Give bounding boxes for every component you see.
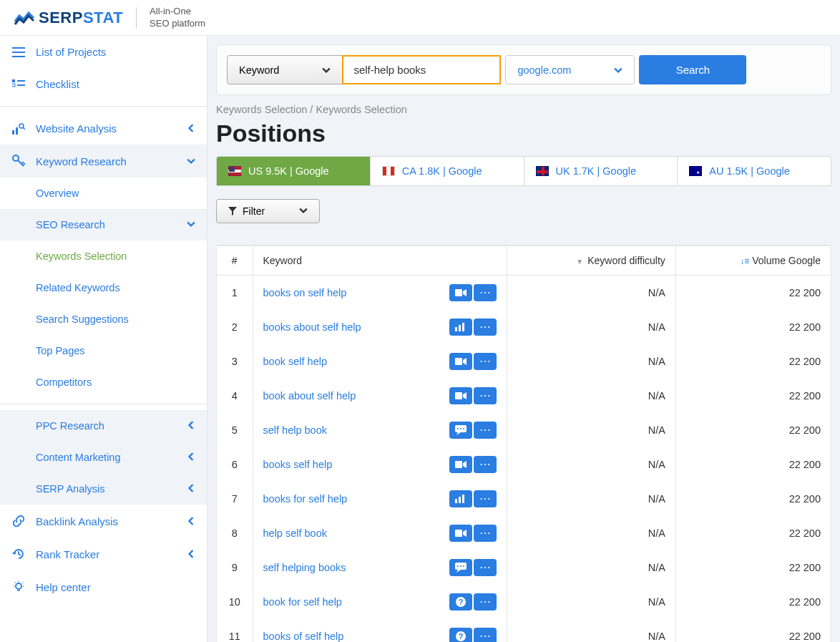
nav-backlink-analysis[interactable]: Backlink Analysis (0, 505, 207, 538)
nav-serp-analysis[interactable]: SERP Analysis (0, 473, 207, 505)
funnel-icon (228, 207, 237, 215)
results-table: # Keyword ▼Keyword difficulty ↓≡Volume G… (216, 245, 831, 642)
table-row: 7 books for self help N/A 22 200 (217, 482, 831, 516)
more-actions-button[interactable] (474, 559, 497, 576)
nav-top-pages[interactable]: Top Pages (0, 335, 207, 366)
more-actions-button[interactable] (474, 628, 497, 642)
nav-keywords-selection[interactable]: Keywords Selection (0, 240, 207, 272)
nav-ppc-research[interactable]: PPC Research (0, 410, 207, 442)
tagline-line2: SEO platform (150, 18, 205, 30)
flag-ca-icon (382, 166, 395, 176)
nav-help-center-label: Help center (36, 581, 91, 593)
link-icon (11, 515, 26, 527)
svg-rect-2 (12, 84, 15, 87)
sort-desc-icon: ▼ (576, 258, 583, 266)
row-volume: 22 200 (675, 344, 831, 379)
more-actions-button[interactable] (474, 284, 497, 301)
more-actions-button[interactable] (474, 387, 497, 404)
keyword-link[interactable]: books about self help (263, 321, 361, 333)
nav-search-suggestions[interactable]: Search Suggestions (0, 303, 207, 335)
brand-stat: STAT (83, 9, 123, 26)
serp-feature-chat-icon[interactable] (449, 559, 472, 576)
table-row: 3 book self help N/A 22 200 (217, 344, 831, 379)
serp-feature-video-icon[interactable] (449, 387, 472, 404)
key-icon (11, 155, 26, 167)
serp-feature-video-icon[interactable] (449, 284, 472, 301)
row-number: 3 (217, 344, 253, 379)
filter-button[interactable]: Filter (216, 199, 320, 223)
list-icon (11, 47, 26, 57)
more-actions-button[interactable] (474, 490, 497, 507)
logo[interactable]: SERPSTAT (14, 9, 123, 27)
more-actions-button[interactable] (474, 456, 497, 473)
row-number: 8 (217, 516, 253, 550)
serp-feature-bars-icon[interactable] (449, 490, 472, 507)
table-row: 1 books on self help N/A 22 200 (217, 276, 831, 311)
chevron-down-icon (614, 66, 622, 74)
svg-point-17 (460, 428, 461, 429)
row-difficulty: N/A (507, 619, 676, 642)
col-number[interactable]: # (217, 246, 253, 276)
keyword-link[interactable]: book for self help (263, 596, 342, 608)
keyword-link[interactable]: help self book (263, 527, 327, 539)
serp-feature-question-icon[interactable]: ? (449, 628, 472, 642)
keyword-link[interactable]: self helping books (263, 562, 346, 573)
row-volume: 22 200 (675, 585, 831, 619)
serp-feature-video-icon[interactable] (449, 525, 472, 542)
main-content: Keyword google.com Search Keywords Selec… (207, 36, 840, 642)
nav-website-analysis[interactable]: Website Analysis (0, 112, 207, 145)
search-domain-select[interactable]: google.com (505, 55, 635, 84)
keyword-link[interactable]: books of self help (263, 631, 344, 642)
nav-overview[interactable]: Overview (0, 177, 207, 209)
more-actions-button[interactable] (474, 422, 497, 439)
more-actions-button[interactable] (474, 525, 497, 542)
col-volume[interactable]: ↓≡Volume Google (675, 246, 831, 276)
region-tab-us[interactable]: US 9.5K | Google (217, 157, 371, 185)
nav-rank-tracker[interactable]: Rank Tracker (0, 538, 207, 570)
nav-ppc-research-label: PPC Research (36, 420, 104, 432)
row-number: 1 (217, 276, 253, 311)
nav-competitors[interactable]: Competitors (0, 366, 207, 398)
table-row: 2 books about self help N/A 22 200 (217, 310, 831, 344)
col-difficulty[interactable]: ▼Keyword difficulty (507, 246, 676, 276)
region-tab-ca[interactable]: CA 1.8K | Google (371, 157, 524, 185)
more-actions-button[interactable] (474, 318, 497, 336)
nav-related-keywords[interactable]: Related Keywords (0, 272, 207, 303)
checklist-icon (11, 79, 26, 89)
nav-checklist[interactable]: Checklist (0, 68, 207, 100)
row-number: 5 (217, 413, 253, 447)
nav-keyword-research[interactable]: Keyword Research (0, 145, 207, 177)
search-button[interactable]: Search (639, 55, 746, 84)
chevron-down-icon (187, 155, 195, 167)
serp-feature-chat-icon[interactable] (449, 422, 472, 439)
more-actions-button[interactable] (474, 353, 497, 370)
row-keyword: self help book (253, 413, 507, 447)
region-tab-au[interactable]: AU 1.5K | Google (678, 157, 831, 185)
keyword-link[interactable]: books self help (263, 459, 333, 470)
keyword-link[interactable]: books on self help (263, 287, 347, 298)
nav-help-center[interactable]: Help center (0, 570, 207, 603)
search-mode-select[interactable]: Keyword (227, 55, 343, 84)
nav-seo-research[interactable]: SEO Research (0, 209, 207, 240)
nav-projects[interactable]: List of Projects (0, 36, 207, 68)
serp-feature-video-icon[interactable] (449, 353, 472, 370)
region-tab-uk[interactable]: UK 1.7K | Google (524, 157, 678, 185)
serp-feature-bars-icon[interactable] (449, 318, 472, 336)
search-input[interactable] (342, 55, 501, 84)
keyword-link[interactable]: book about self help (263, 390, 356, 402)
svg-rect-12 (462, 323, 464, 331)
keyword-link[interactable]: books for self help (263, 493, 348, 505)
svg-text:?: ? (459, 632, 464, 641)
col-keyword[interactable]: Keyword (253, 246, 507, 276)
svg-rect-21 (459, 497, 461, 503)
serp-feature-question-icon[interactable]: ? (449, 593, 472, 611)
chevron-down-icon (187, 219, 195, 230)
keyword-link[interactable]: self help book (263, 424, 327, 436)
flag-us-icon (228, 166, 241, 176)
chevron-left-icon (187, 420, 195, 432)
region-tab-label: CA 1.8K | Google (402, 165, 482, 177)
more-actions-button[interactable] (474, 593, 497, 611)
nav-content-marketing[interactable]: Content Marketing (0, 442, 207, 473)
serp-feature-video-icon[interactable] (449, 456, 472, 473)
keyword-link[interactable]: book self help (263, 356, 327, 367)
